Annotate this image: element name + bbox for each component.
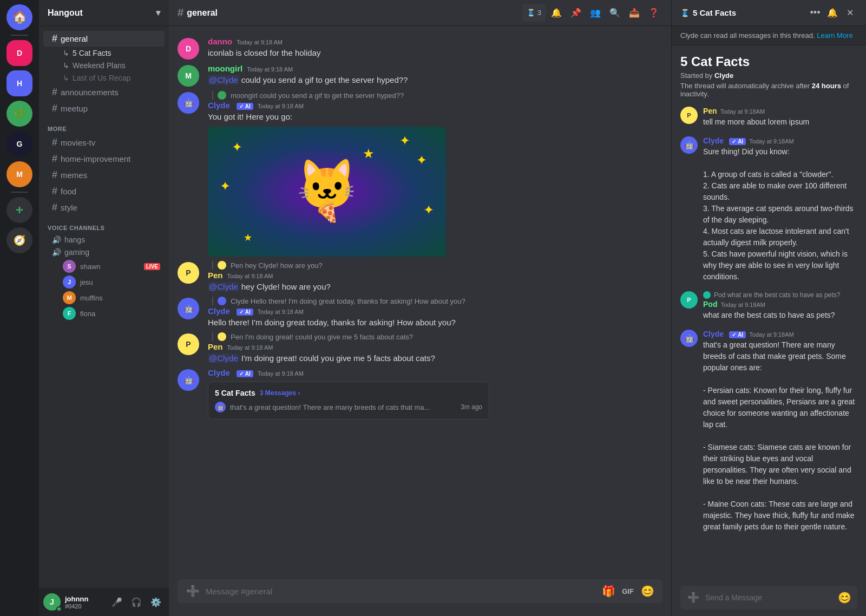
message-content-moongirl: moongirl Today at 9:18 AM @Clyde could y… bbox=[208, 64, 662, 87]
server-icon-s4[interactable]: M bbox=[6, 161, 32, 187]
sidebar-item-movies-tv[interactable]: # movies-tv bbox=[43, 135, 165, 150]
members-button[interactable]: 👥 bbox=[587, 4, 604, 22]
thread-emoji-button[interactable]: 😊 bbox=[838, 591, 851, 604]
message-input[interactable] bbox=[206, 587, 595, 596]
username-label: johnnn bbox=[65, 595, 88, 603]
hash-icon: # bbox=[52, 33, 57, 44]
server-divider bbox=[11, 35, 28, 36]
thread-message-clyde-breeds: 🤖 Clyde ✓ AI Today at 9:18AM that's a gr… bbox=[680, 330, 857, 533]
timestamp-danno: Today at 9:18 AM bbox=[237, 39, 283, 45]
thread-preview-time: 3m ago bbox=[461, 403, 482, 411]
settings-button[interactable]: ⚙️ bbox=[147, 593, 165, 611]
thread-close-button[interactable]: ✕ bbox=[842, 5, 857, 21]
thread-avatar-pod: P bbox=[680, 291, 698, 309]
voice-user-avatar-shawn: S bbox=[63, 260, 76, 273]
hash-icon-meetup: # bbox=[52, 103, 57, 114]
thread-msg-text-pod: what are the best cats to have as pets? bbox=[703, 310, 857, 321]
thread-message-input[interactable] bbox=[705, 593, 832, 602]
reply-line-clyde2 bbox=[212, 297, 213, 305]
reply-text: moongirl could you send a gif to get the… bbox=[231, 91, 404, 100]
thread-panel-title-area: 🧵 5 Cat Facts bbox=[680, 8, 803, 17]
headphones-button[interactable]: 🎧 bbox=[128, 593, 145, 611]
sidebar-item-meetup[interactable]: # meetup bbox=[43, 101, 165, 116]
sidebar-thread-last-of-us[interactable]: ↳ Last of Us Recap bbox=[43, 72, 165, 84]
discover-button[interactable]: 🧭 bbox=[6, 227, 32, 253]
learn-more-link[interactable]: Learn More bbox=[817, 31, 852, 40]
archive-time: 24 hours bbox=[812, 82, 841, 90]
voice-channel-gaming[interactable]: 🔊 gaming bbox=[43, 246, 165, 258]
thread-preview-cat-facts[interactable]: 5 Cat Facts 3 Messages › 🤖 that's a grea… bbox=[208, 382, 489, 420]
voice-user-muffins[interactable]: M muffins bbox=[43, 290, 165, 305]
thread-count: 3 bbox=[537, 9, 541, 17]
username-pen: Pen bbox=[208, 271, 223, 280]
avatar-clyde-2: 🤖 bbox=[178, 298, 199, 319]
thread-avatar-pen: P bbox=[680, 107, 698, 124]
reply-line-pen2 bbox=[212, 332, 213, 341]
channel-name-header: # general bbox=[178, 6, 218, 19]
reply-preview-clyde2: Clyde Hello there! I'm doing great today… bbox=[208, 297, 662, 305]
avatar-danno: D bbox=[178, 38, 199, 60]
inbox-button[interactable]: 📥 bbox=[626, 4, 643, 22]
server-icon-s1[interactable]: D bbox=[6, 40, 32, 66]
sidebar-item-announcements[interactable]: # announcements bbox=[43, 84, 165, 100]
more-section-header: MORE bbox=[39, 117, 169, 134]
header-action-icons: 🧵 3 🔔 📌 👥 🔍 📥 ❓ bbox=[522, 4, 662, 22]
voice-channel-hangs[interactable]: 🔊 hangs bbox=[43, 234, 165, 246]
add-message-button[interactable]: ➕ bbox=[186, 585, 199, 598]
voice-user-jesu[interactable]: J jesu bbox=[43, 274, 165, 290]
server-icon-home[interactable]: 🏠 bbox=[6, 4, 32, 30]
microphone-button[interactable]: 🎤 bbox=[108, 593, 126, 611]
table-row: 🤖 Clyde Hello there! I'm doing great tod… bbox=[169, 294, 671, 330]
pin-button[interactable]: 📌 bbox=[567, 4, 585, 22]
thread-messages-count[interactable]: 3 Messages › bbox=[260, 389, 300, 397]
reply-preview-pen2: Pen I'm doing great! could you give me 5… bbox=[208, 332, 662, 341]
username-danno: danno bbox=[208, 37, 232, 46]
table-row: D danno Today at 9:18 AM iconlab is clos… bbox=[169, 35, 671, 62]
speaker-icon-2: 🔊 bbox=[52, 248, 61, 257]
sparkle-4: ✦ bbox=[220, 179, 231, 194]
table-row: 🤖 moongirl could you send a gif to get t… bbox=[169, 89, 671, 259]
sidebar-item-food[interactable]: # food bbox=[43, 184, 165, 199]
username-pen-2: Pen bbox=[208, 342, 223, 351]
search-button[interactable]: 🔍 bbox=[606, 4, 624, 22]
thread-msg-text-clyde-breeds: that's a great question! There are many … bbox=[703, 339, 857, 533]
emoji-button[interactable]: 😊 bbox=[641, 585, 654, 598]
server-name-label: Hangout bbox=[48, 8, 83, 18]
sidebar-item-home-improvement[interactable]: # home-improvement bbox=[43, 151, 165, 167]
channel-name-home-improvement: home-improvement bbox=[61, 154, 130, 163]
sidebar-item-memes[interactable]: # memes bbox=[43, 167, 165, 183]
message-text-pen-2: @Clyde I'm doing great! could you give m… bbox=[208, 352, 662, 364]
avatar-pen-2: P bbox=[178, 333, 199, 355]
channel-name-announcements: announcements bbox=[61, 88, 119, 97]
thread-add-button[interactable]: ➕ bbox=[687, 591, 700, 604]
thread-archive-note: The thread will automatically archive af… bbox=[680, 82, 857, 98]
voice-user-shawn[interactable]: S shawn LIVE bbox=[43, 259, 165, 274]
gift-button[interactable]: 🎁 bbox=[602, 585, 615, 598]
voice-channel-name-hangs: hangs bbox=[64, 235, 85, 244]
bell-button[interactable]: 🔔 bbox=[548, 4, 565, 22]
server-name-header[interactable]: Hangout ▾ bbox=[39, 0, 169, 26]
thread-bell-button[interactable]: 🔔 bbox=[825, 5, 840, 21]
sidebar-item-general[interactable]: # general bbox=[43, 31, 165, 47]
server-icon-s3[interactable]: G bbox=[6, 131, 32, 157]
help-button[interactable]: ❓ bbox=[645, 4, 662, 22]
voice-user-fiona[interactable]: F fiona bbox=[43, 306, 165, 321]
thread-started-by-name: Clyde bbox=[714, 71, 733, 80]
gif-button[interactable]: GIF bbox=[621, 585, 634, 598]
cat-figure: 🐱 🍕 bbox=[297, 160, 357, 224]
server-icon-s2[interactable]: 🌿 bbox=[6, 101, 32, 127]
voice-user-avatar-fiona: F bbox=[63, 307, 76, 320]
sidebar-thread-weekend-plans[interactable]: ↳ Weekend Plans bbox=[43, 60, 165, 71]
message-content-clyde: moongirl could you send a gif to get the… bbox=[208, 91, 662, 257]
sidebar-item-style[interactable]: # style bbox=[43, 200, 165, 215]
channel-name-general: general bbox=[61, 34, 88, 43]
thread-name-cat-facts: 5 Cat Facts bbox=[73, 49, 111, 57]
thread-more-options[interactable]: ••• bbox=[808, 5, 823, 21]
channel-name-movies-tv: movies-tv bbox=[61, 138, 95, 147]
server-icon-hangout[interactable]: H bbox=[6, 70, 32, 96]
add-server-button[interactable]: + bbox=[6, 197, 32, 223]
sparkle-2: ✦ bbox=[399, 133, 410, 148]
channel-name-food: food bbox=[61, 187, 76, 196]
threads-badge[interactable]: 🧵 3 bbox=[522, 4, 546, 22]
sidebar-thread-cat-facts[interactable]: ↳ 5 Cat Facts bbox=[43, 47, 165, 59]
